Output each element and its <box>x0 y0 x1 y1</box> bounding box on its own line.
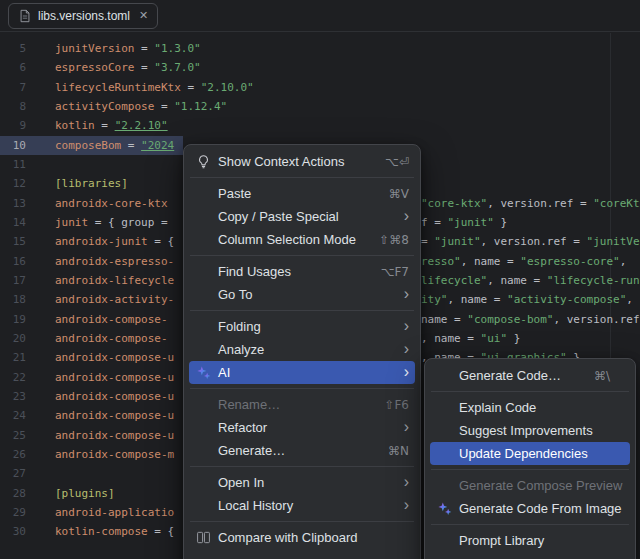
menu-item-label: Rename… <box>218 397 370 412</box>
menu-item-shortcut: ⌥⏎ <box>385 155 409 169</box>
line-number: 11 <box>0 155 46 174</box>
ai-submenu: Generate Code…⌘\Explain CodeSuggest Impr… <box>424 358 636 559</box>
menu-item-label: Copy / Paste Special <box>218 209 390 224</box>
menu-item-update-dependencies[interactable]: Update Dependencies <box>430 442 630 465</box>
no-icon <box>193 397 213 413</box>
code-text-continued: resso", name = "espresso-core", <box>421 252 633 271</box>
menu-item-compare-with-clipboard[interactable]: Compare with Clipboard <box>189 526 415 549</box>
menu-item-label: AI <box>218 365 390 380</box>
menu-item-generate-compose-preview: Generate Compose Preview <box>430 474 630 497</box>
menu-item-label: Show Context Actions <box>218 154 371 169</box>
no-icon <box>193 342 213 358</box>
menu-item-go-to[interactable]: Go To› <box>189 283 415 306</box>
menu-item-shortcut: ⇧⌘8 <box>379 233 409 247</box>
menu-item-folding[interactable]: Folding› <box>189 315 415 338</box>
editor-tab-bar: libs.versions.toml ✕ <box>0 0 640 32</box>
menu-item-prompt-library[interactable]: Prompt Library <box>430 529 630 552</box>
menu-item-ai[interactable]: AI› <box>189 361 415 384</box>
code-text: android-applicatio <box>46 506 174 519</box>
line-number: 14 <box>0 213 46 232</box>
code-text: composeBom = "2024 <box>46 139 174 152</box>
code-text: androidx-compose-u <box>46 371 174 384</box>
tab-close-icon[interactable]: ✕ <box>139 9 148 22</box>
chevron-right-icon: › <box>404 419 409 435</box>
menu-item-label: Prompt Library <box>459 533 624 548</box>
code-text: androidx-espresso- <box>46 255 174 268</box>
code-text: androidx-compose-m <box>46 448 174 461</box>
code-text: kotlin-compose = { <box>46 525 174 538</box>
menu-item-local-history[interactable]: Local History› <box>189 494 415 517</box>
chevron-right-icon: › <box>404 318 409 334</box>
menu-item-label: Refactor <box>218 420 390 435</box>
code-text: lifecycleRuntimeKtx = "2.10.0" <box>46 81 254 94</box>
code-line-9[interactable]: 9kotlin = "2.2.10" <box>0 116 640 135</box>
no-icon <box>193 475 213 491</box>
code-text: espressoCore = "3.7.0" <box>46 61 201 74</box>
line-number: 12 <box>0 174 46 193</box>
tab-libs-versions-toml[interactable]: libs.versions.toml ✕ <box>8 3 158 29</box>
code-text-continued: name = "compose-bom", version.ref = <box>421 310 640 329</box>
line-number: 22 <box>0 368 46 387</box>
menu-item-generate-code-from-image[interactable]: Generate Code From Image <box>430 497 630 520</box>
line-number: 9 <box>0 116 46 135</box>
menu-item-open-in[interactable]: Open In› <box>189 471 415 494</box>
code-text <box>46 158 55 171</box>
menu-item-analyze[interactable]: Analyze› <box>189 338 415 361</box>
menu-item-label: Open In <box>218 475 390 490</box>
menu-item-generate-code[interactable]: Generate Code…⌘\ <box>430 364 630 387</box>
menu-item-refactor[interactable]: Refactor› <box>189 416 415 439</box>
menu-item-suggest-improvements[interactable]: Suggest Improvements <box>430 419 630 442</box>
code-text-continued: lifecycle", name = "lifecycle-runtime-kt… <box>421 271 640 290</box>
code-text: androidx-core-ktx <box>46 197 168 210</box>
ai-sparkle-icon <box>193 365 213 381</box>
line-number: 27 <box>0 464 46 483</box>
editor-context-menu: Show Context Actions⌥⏎Paste⌘VCopy / Past… <box>183 144 421 559</box>
code-text: androidx-compose- <box>46 313 168 326</box>
no-icon <box>193 498 213 514</box>
menu-item-label: Folding <box>218 319 390 334</box>
line-number: 10 <box>0 136 46 155</box>
no-icon <box>193 420 213 436</box>
ide-editor-window: libs.versions.toml ✕ 5junitVersion = "1.… <box>0 0 640 32</box>
no-icon <box>434 533 454 549</box>
menu-item-show-context-actions[interactable]: Show Context Actions⌥⏎ <box>189 150 415 173</box>
line-number: 24 <box>0 406 46 425</box>
code-line-7[interactable]: 7lifecycleRuntimeKtx = "2.10.0" <box>0 78 640 97</box>
code-line-5[interactable]: 5junitVersion = "1.3.0" <box>0 39 640 58</box>
code-text-continued: "core-ktx", version.ref = "coreKtx" <box>421 194 640 213</box>
chevron-right-icon: › <box>404 286 409 302</box>
menu-separator <box>190 388 414 389</box>
menu-item-shortcut: ⌘N <box>388 444 409 458</box>
code-line-6[interactable]: 6espressoCore = "3.7.0" <box>0 58 640 77</box>
line-number: 16 <box>0 252 46 271</box>
menu-separator <box>190 255 414 256</box>
ai-sparkle-icon <box>434 501 454 517</box>
menu-item-paste[interactable]: Paste⌘V <box>189 182 415 205</box>
no-icon <box>193 319 213 335</box>
menu-item-explain-code[interactable]: Explain Code <box>430 396 630 419</box>
code-text: junit = { group = <box>46 216 168 229</box>
menu-item-shortcut: ⌘V <box>389 187 409 201</box>
line-number: 25 <box>0 426 46 445</box>
line-number: 21 <box>0 348 46 367</box>
code-line-8[interactable]: 8activityCompose = "1.12.4" <box>0 97 640 116</box>
line-number: 5 <box>0 39 46 58</box>
code-text: [plugins] <box>46 487 115 500</box>
no-icon <box>434 423 454 439</box>
code-text: androidx-compose-u <box>46 351 174 364</box>
menu-item-shortcut: ⇧F6 <box>384 398 409 412</box>
menu-item-copy-paste-special[interactable]: Copy / Paste Special› <box>189 205 415 228</box>
chevron-right-icon: › <box>404 208 409 224</box>
menu-separator <box>431 391 629 392</box>
menu-item-generate[interactable]: Generate…⌘N <box>189 439 415 462</box>
menu-item-label: Update Dependencies <box>459 446 624 461</box>
menu-separator <box>190 466 414 467</box>
line-number: 7 <box>0 78 46 97</box>
line-number: 23 <box>0 387 46 406</box>
chevron-right-icon: › <box>404 474 409 490</box>
line-number: 15 <box>0 232 46 251</box>
menu-separator <box>431 469 629 470</box>
menu-item-find-usages[interactable]: Find Usages⌥F7 <box>189 260 415 283</box>
menu-item-label: Explain Code <box>459 400 624 415</box>
menu-item-column-selection-mode[interactable]: Column Selection Mode⇧⌘8 <box>189 228 415 251</box>
